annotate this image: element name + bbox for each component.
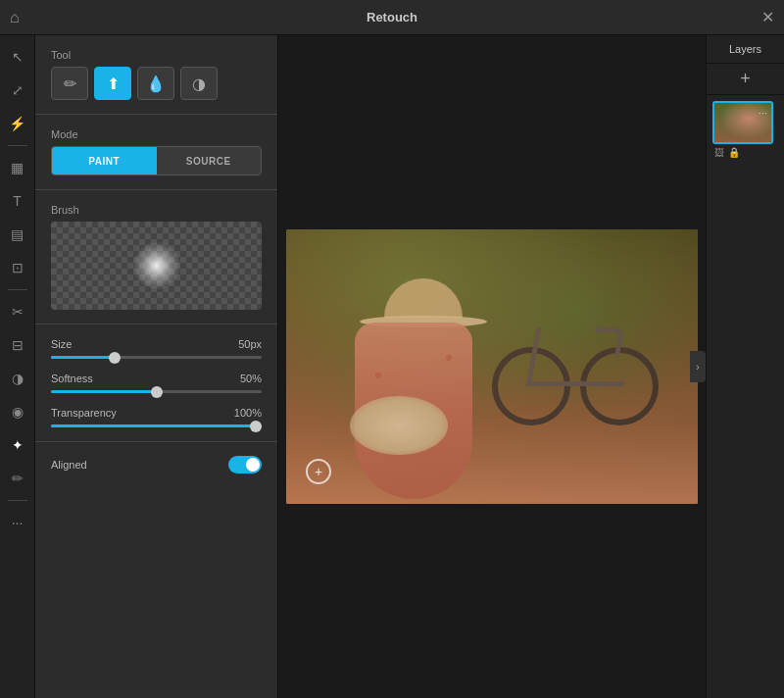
main-layout: ↖ ⤢ ⚡ ▦ T ▤ ⊡ ✂ ⊟ ◑ ◉ ✦ ✏ ··· Tool ✏ ⬆ 💧… <box>0 35 784 698</box>
softness-slider-thumb[interactable] <box>151 386 163 398</box>
size-label: Size <box>51 338 72 350</box>
softness-slider-header: Softness 50% <box>51 373 262 384</box>
pen-tool-icon[interactable]: ✏ <box>4 465 31 492</box>
image-container: + <box>286 229 698 504</box>
layer-item[interactable]: ··· 🖼 🔒 <box>707 95 784 164</box>
size-slider-header: Size 50px <box>51 338 262 350</box>
mode-buttons: PAINT SOURCE <box>51 146 262 175</box>
divider-1 <box>35 114 277 115</box>
divider-2 <box>35 189 277 190</box>
transparency-label: Transparency <box>51 407 117 419</box>
aligned-toggle[interactable] <box>228 456 262 474</box>
stamp-tool-button[interactable]: ⬆ <box>94 67 131 100</box>
size-slider-fill <box>51 356 115 359</box>
layer-lock-icon: 🔒 <box>728 147 740 158</box>
size-slider-thumb[interactable] <box>109 352 121 364</box>
left-toolbar: ↖ ⤢ ⚡ ▦ T ▤ ⊡ ✂ ⊟ ◑ ◉ ✦ ✏ ··· <box>0 35 35 698</box>
toolbar-separator-2 <box>8 289 27 290</box>
source-mode-button[interactable]: SOURCE <box>157 147 262 174</box>
warm-overlay <box>286 229 698 504</box>
size-slider-track[interactable] <box>51 356 262 359</box>
window-title: Retouch <box>367 10 417 25</box>
paint-mode-button[interactable]: PAINT <box>52 147 157 174</box>
stamp-tool-icon[interactable]: ✦ <box>4 431 31 459</box>
tool-section-label: Tool <box>51 49 262 61</box>
transparency-slider-fill <box>51 424 262 427</box>
softness-slider-track[interactable] <box>51 390 262 393</box>
more-tool-icon[interactable]: ··· <box>4 509 31 536</box>
softness-label: Softness <box>51 373 93 384</box>
flash-tool-icon[interactable]: ⚡ <box>4 110 31 137</box>
transparency-value: 100% <box>234 407 262 419</box>
canvas-area[interactable]: + › <box>278 35 706 698</box>
main-image <box>286 229 698 504</box>
crop-tool-icon[interactable]: ⊡ <box>4 254 31 281</box>
brush-section-label: Brush <box>51 204 262 216</box>
transparency-slider-thumb[interactable] <box>250 421 262 432</box>
spiral-tool-icon[interactable]: ◉ <box>4 398 31 425</box>
size-value: 50px <box>238 338 262 350</box>
text-tool-icon[interactable]: T <box>4 187 31 215</box>
add-layer-button[interactable]: + <box>707 64 784 95</box>
softness-slider-row: Softness 50% <box>51 373 262 393</box>
brush-glow <box>132 241 181 290</box>
softness-value: 50% <box>240 373 262 384</box>
layers-header: Layers <box>707 35 784 64</box>
sliders-tool-icon[interactable]: ⊟ <box>4 331 31 359</box>
circle-half-tool-icon[interactable]: ◑ <box>4 365 31 392</box>
brush-section: Brush <box>51 204 262 310</box>
layer-image-icon: 🖼 <box>714 147 724 158</box>
move-tool-icon[interactable]: ⤢ <box>4 76 31 104</box>
drop-tool-button[interactable]: 💧 <box>137 67 174 100</box>
close-button[interactable]: ✕ <box>761 8 774 26</box>
retouch-panel: Tool ✏ ⬆ 💧 ◑ Mode PAINT SOURCE Brush <box>35 35 278 698</box>
divider-3 <box>35 324 277 324</box>
top-bar: ⌂ Retouch ✕ <box>0 0 784 35</box>
cursor-indicator: + <box>306 459 331 484</box>
photo-scene <box>286 229 698 504</box>
mode-section-label: Mode <box>51 128 262 140</box>
home-button[interactable]: ⌂ <box>10 9 20 26</box>
layer-icons-row: 🖼 🔒 <box>712 147 778 158</box>
circle-half-tool-button[interactable]: ◑ <box>180 67 218 100</box>
divider-4 <box>35 441 277 442</box>
toolbar-separator-1 <box>8 145 27 146</box>
tool-section: Tool ✏ ⬆ 💧 ◑ <box>51 49 262 100</box>
aligned-toggle-knob <box>246 458 260 472</box>
scissors-tool-icon[interactable]: ✂ <box>4 298 31 325</box>
toolbar-separator-3 <box>8 500 27 501</box>
layer-menu-button[interactable]: ··· <box>759 107 767 119</box>
pencil-tool-button[interactable]: ✏ <box>51 67 88 100</box>
cursor-plus-icon: + <box>315 465 322 478</box>
softness-slider-fill <box>51 390 157 393</box>
size-slider-row: Size 50px <box>51 338 262 359</box>
aligned-toggle-row: Aligned <box>51 456 262 474</box>
transparency-slider-row: Transparency 100% <box>51 407 262 427</box>
transparency-slider-track[interactable] <box>51 424 262 427</box>
transparency-slider-header: Transparency 100% <box>51 407 262 419</box>
select-tool-icon[interactable]: ↖ <box>4 43 31 71</box>
grid-tool-icon[interactable]: ▤ <box>4 221 31 248</box>
aligned-label: Aligned <box>51 459 87 471</box>
mode-section: Mode PAINT SOURCE <box>51 128 262 175</box>
layer-thumbnail: ··· <box>712 101 773 144</box>
tool-buttons: ✏ ⬆ 💧 ◑ <box>51 67 262 100</box>
collapse-arrow[interactable]: › <box>690 351 706 382</box>
layers-panel: Layers + ··· 🖼 🔒 <box>706 35 784 698</box>
brush-preview <box>51 222 262 310</box>
layers-tool-icon[interactable]: ▦ <box>4 154 31 181</box>
